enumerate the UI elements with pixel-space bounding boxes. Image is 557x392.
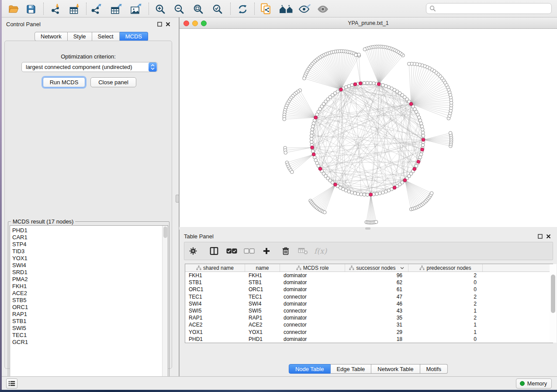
- table-scrollbar[interactable]: [550, 264, 557, 343]
- tab-network[interactable]: Network: [35, 32, 68, 41]
- search-field[interactable]: [426, 3, 552, 14]
- mcds-list-scrollbar[interactable]: [162, 226, 168, 382]
- mcds-result-item[interactable]: FKH1: [10, 283, 168, 290]
- cell-successor-nodes: 47: [345, 293, 408, 300]
- cell-name: STB1: [245, 279, 280, 286]
- task-history-button[interactable]: [6, 378, 17, 389]
- zoom-out-icon[interactable]: [173, 3, 185, 15]
- export-table-icon[interactable]: [110, 3, 122, 15]
- splitter-grip[interactable]: [176, 195, 179, 203]
- mcds-result-item[interactable]: YOX1: [10, 255, 168, 262]
- tab-network-table[interactable]: Network Table: [371, 364, 420, 374]
- column-header-successor-nodes[interactable]: successor nodes: [345, 264, 408, 272]
- cell-name: ORC1: [245, 286, 280, 293]
- table-row[interactable]: STB1STB1dominator620: [185, 279, 553, 286]
- cell-predecessor-nodes: 0: [408, 286, 483, 293]
- mcds-result-item[interactable]: ACE2: [10, 290, 168, 297]
- delete-column-icon[interactable]: [277, 244, 294, 258]
- tab-style[interactable]: Style: [68, 32, 92, 41]
- cell-shared-name: ORC1: [185, 286, 245, 293]
- table-row[interactable]: RAP1RAP1dominator352: [185, 314, 553, 321]
- optimization-criterion-select[interactable]: largest connected component (undirected): [21, 62, 158, 72]
- column-header-shared-name[interactable]: shared name: [185, 264, 245, 272]
- mcds-result-item[interactable]: STP4: [10, 241, 168, 248]
- mcds-result-item[interactable]: PMA2: [10, 276, 168, 283]
- table-row[interactable]: ACE2ACE2connector311: [185, 321, 553, 328]
- table-row[interactable]: SWI5SWI5connector431: [185, 307, 553, 314]
- table-scrollbar-thumb[interactable]: [551, 275, 555, 313]
- table-row[interactable]: YOX1YOX1connector291: [185, 329, 553, 336]
- function-builder-icon[interactable]: f(x): [312, 244, 329, 258]
- export-network-icon[interactable]: [90, 3, 102, 15]
- close-panel-button[interactable]: Close panel: [90, 77, 136, 87]
- deselect-all-icon[interactable]: [240, 244, 258, 258]
- mcds-result-item[interactable]: RAP1: [10, 311, 168, 318]
- tab-edge-table[interactable]: Edge Table: [330, 364, 371, 374]
- search-input[interactable]: [438, 6, 551, 12]
- network-graph[interactable]: [180, 29, 557, 227]
- import-table-icon[interactable]: [68, 3, 80, 15]
- table-row[interactable]: FKH1FKH1dominator962: [185, 272, 553, 279]
- table-row[interactable]: TEC1TEC1connector472: [185, 293, 553, 300]
- zoom-fit-icon[interactable]: [192, 3, 204, 15]
- column-header-name[interactable]: name: [245, 264, 280, 272]
- mcds-result-item[interactable]: STB1: [10, 318, 168, 325]
- save-icon[interactable]: [25, 3, 37, 15]
- cell-shared-name: SWI4: [185, 300, 245, 307]
- export-image-icon[interactable]: [130, 3, 142, 15]
- mcds-result-item[interactable]: SWI4: [10, 262, 168, 269]
- mcds-result-item[interactable]: TEC1: [10, 332, 168, 339]
- cell-MCDS-role: dominator: [280, 279, 345, 286]
- cell-MCDS-role: dominator: [280, 336, 345, 343]
- hide-annotations-icon[interactable]: [298, 3, 311, 15]
- clone-network-icon[interactable]: [260, 3, 272, 15]
- float-panel-icon[interactable]: [157, 22, 162, 27]
- select-all-icon[interactable]: [223, 244, 240, 258]
- close-panel-icon[interactable]: [166, 22, 170, 27]
- tab-select[interactable]: Select: [92, 32, 120, 41]
- tab-mcds[interactable]: MCDS: [120, 32, 148, 41]
- mcds-result-item[interactable]: ORC1: [10, 304, 168, 311]
- mcds-result-item[interactable]: STB5: [10, 297, 168, 304]
- column-header-MCDS-role[interactable]: MCDS role: [280, 264, 345, 272]
- mcds-result-item[interactable]: PHD1: [10, 227, 168, 234]
- select-stepper-icon: [149, 62, 157, 72]
- zoom-in-icon[interactable]: [154, 3, 166, 15]
- mcds-result-list[interactable]: PHD1CAR1STP4TID3YOX1SWI4SRD1PMA2FKH1ACE2…: [10, 225, 168, 382]
- mcds-result-item[interactable]: GCR1: [10, 339, 168, 346]
- run-mcds-button[interactable]: Run MCDS: [43, 77, 85, 87]
- vertical-splitter[interactable]: [176, 17, 179, 376]
- network-title: YPA_prune.txt_1: [180, 20, 557, 26]
- tab-node-table[interactable]: Node Table: [289, 364, 331, 374]
- cell-successor-nodes: 29: [345, 329, 408, 336]
- mcds-result-title: MCDS result (17 nodes): [11, 218, 75, 225]
- network-canvas[interactable]: [180, 29, 557, 227]
- mcds-result-item[interactable]: SRD1: [10, 269, 168, 276]
- zoom-selected-icon[interactable]: [211, 3, 224, 15]
- add-column-icon[interactable]: [258, 244, 275, 258]
- mcds-result-item[interactable]: TID3: [10, 248, 168, 255]
- table-row[interactable]: SWI4SWI4dominator462: [185, 300, 553, 307]
- refresh-icon[interactable]: [236, 3, 249, 15]
- mcds-result-item[interactable]: SWI5: [10, 325, 168, 332]
- open-file-icon[interactable]: [7, 3, 20, 15]
- mcds-result-item[interactable]: CAR1: [10, 234, 168, 241]
- control-panel: Control Panel NetworkStyleSelectMCDS Opt…: [2, 17, 176, 376]
- table-row[interactable]: ORC1ORC1dominator610: [185, 286, 553, 293]
- network-titlebar[interactable]: YPA_prune.txt_1: [180, 17, 557, 29]
- close-panel-icon[interactable]: [546, 234, 551, 239]
- cell-MCDS-role: connector: [280, 329, 345, 336]
- column-panel-icon[interactable]: [205, 244, 223, 258]
- cell-successor-nodes: 31: [345, 321, 408, 328]
- delete-table-icon[interactable]: [294, 244, 312, 258]
- cell-name: PHD1: [245, 336, 280, 343]
- show-annotations-icon[interactable]: [317, 3, 329, 15]
- home-layout-icon[interactable]: [279, 3, 294, 15]
- tab-motifs[interactable]: Motifs: [420, 364, 448, 374]
- table-row[interactable]: PHD1PHD1dominator180: [185, 336, 553, 343]
- import-network-icon[interactable]: [49, 3, 62, 15]
- memory-button[interactable]: Memory: [516, 378, 552, 389]
- table-settings-icon[interactable]: [184, 244, 202, 258]
- float-panel-icon[interactable]: [538, 234, 543, 239]
- column-header-predecessor-nodes[interactable]: predecessor nodes: [408, 264, 483, 272]
